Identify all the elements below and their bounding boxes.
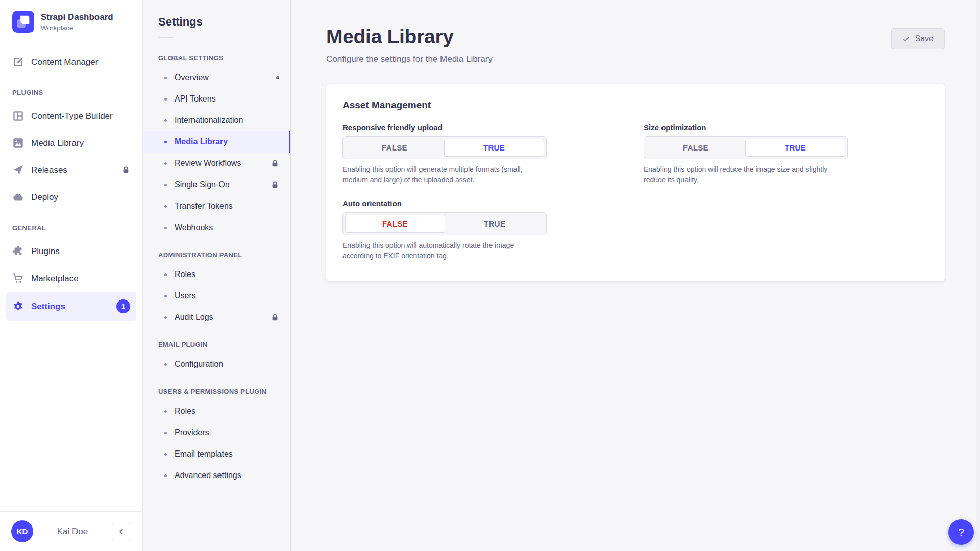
size-optimization-toggle[interactable]: FALSE TRUE [644,136,848,159]
sidebar-item-label: Media Library [31,138,84,148]
lock-icon [271,313,279,322]
sidebar-item-releases[interactable]: Releases [6,157,136,184]
toggle-option-true[interactable]: TRUE [444,139,544,157]
sidebar-item-label: Marketplace [31,273,79,284]
settings-item-label: Audit Logs [175,313,213,322]
settings-item-label: Media Library [175,137,228,146]
settings-item-up-roles[interactable]: Roles [143,400,290,422]
strapi-logo-icon [12,11,34,33]
bullet-icon [164,77,167,79]
lock-icon [271,181,279,189]
settings-item-api-tokens[interactable]: API Tokens [143,88,290,110]
responsive-friendly-upload-toggle[interactable]: FALSE TRUE [342,136,547,159]
settings-item-advanced-settings[interactable]: Advanced settings [143,465,290,486]
lock-icon [271,159,279,168]
workspace-subtitle: Workplace [41,24,113,32]
sidebar-item-content-type-builder[interactable]: Content-Type Builder [6,103,136,130]
settings-item-overview[interactable]: Overview [143,67,290,88]
settings-item-users[interactable]: Users [143,285,290,307]
field-label: Responsive friendly upload [342,123,547,132]
bullet-icon [164,453,167,456]
sidebar-item-media-library[interactable]: Media Library [6,130,136,157]
puzzle-icon [12,245,24,257]
settings-item-review-workflows[interactable]: Review Workflows [143,153,290,174]
settings-item-providers[interactable]: Providers [143,422,290,443]
toggle-option-false[interactable]: FALSE [345,139,444,157]
bullet-icon [164,474,167,477]
lock-icon [121,166,130,174]
bullet-icon [164,98,167,101]
sidebar-section-general: GENERAL [6,211,136,238]
settings-item-admin-roles[interactable]: Roles [143,264,290,285]
sidebar-item-deploy[interactable]: Deploy [6,184,136,211]
bullet-icon [164,295,167,297]
settings-item-label: Webhooks [175,223,213,232]
field-size-optimization: Size optimization FALSE TRUE Enabling th… [644,123,848,185]
settings-item-media-library[interactable]: Media Library [143,131,290,153]
settings-item-configuration[interactable]: Configuration [143,354,290,375]
settings-item-internationalization[interactable]: Internationalization [143,110,290,131]
settings-notification-badge: 1 [116,299,130,313]
settings-item-label: Providers [175,428,209,437]
edit-pencil-icon [12,56,24,68]
settings-item-webhooks[interactable]: Webhooks [143,217,290,238]
main-content: Media Library Configure the settings for… [291,0,980,551]
settings-sidebar: Settings GLOBAL SETTINGS Overview API To… [143,0,291,551]
bullet-icon [164,141,167,143]
auto-orientation-toggle[interactable]: FALSE TRUE [342,212,547,235]
sidebar-item-label: Releases [31,165,67,176]
sidebar-item-label: Content Manager [31,57,98,67]
settings-sidebar-title: Settings [143,15,290,29]
settings-item-single-sign-on[interactable]: Single Sign-On [143,174,290,195]
notification-dot-icon [276,76,279,79]
toggle-option-false[interactable]: FALSE [345,215,445,233]
cloud-icon [12,191,24,203]
field-hint: Enabling this option will automatically … [342,241,547,261]
user-footer: KD Kai Doe [0,511,142,551]
settings-item-label: Advanced settings [175,471,241,480]
sidebar-item-marketplace[interactable]: Marketplace [6,265,136,292]
sidebar-item-content-manager[interactable]: Content Manager [6,48,136,76]
bullet-icon [164,273,167,276]
settings-item-audit-logs[interactable]: Audit Logs [143,307,290,328]
sidebar-item-plugins[interactable]: Plugins [6,238,136,265]
cart-icon [12,272,24,284]
section-administration-panel: ADMINISTRATION PANEL [143,238,290,264]
collapse-sidebar-button[interactable] [112,522,131,541]
bullet-icon [164,432,167,434]
scrollbar-track[interactable] [976,0,980,551]
section-users-permissions-plugin: USERS & PERMISSIONS PLUGIN [143,375,290,400]
settings-item-label: API Tokens [175,94,216,104]
toggle-option-true[interactable]: TRUE [445,215,544,233]
settings-item-label: Configuration [175,360,223,369]
toggle-option-false[interactable]: FALSE [646,139,745,157]
field-label: Size optimization [644,123,848,132]
workspace-switcher[interactable]: Strapi Dashboard Workplace [0,0,142,43]
paper-plane-icon [12,164,24,176]
image-icon [12,137,24,149]
sidebar-item-settings[interactable]: Settings 1 [6,292,136,321]
field-responsive-friendly-upload: Responsive friendly upload FALSE TRUE En… [342,123,547,185]
card-title: Asset Management [342,99,928,111]
check-icon [902,35,910,43]
save-button[interactable]: Save [891,28,945,49]
settings-item-label: Roles [175,407,195,416]
settings-item-transfer-tokens[interactable]: Transfer Tokens [143,195,290,217]
bullet-icon [164,184,167,186]
field-label: Auto orientation [342,199,547,208]
sidebar-item-label: Settings [31,302,65,312]
bullet-icon [164,162,167,165]
bullet-icon [164,316,167,319]
avatar[interactable]: KD [11,520,33,542]
section-global-settings: GLOBAL SETTINGS [143,41,290,67]
toggle-option-true[interactable]: TRUE [745,139,845,157]
bullet-icon [164,119,167,122]
help-button[interactable]: ? [948,519,974,545]
settings-item-label: Email templates [175,449,233,459]
field-hint: Enabling this option will reduce the ima… [644,165,848,185]
page-title: Media Library [326,26,493,48]
settings-item-label: Roles [175,270,195,279]
settings-item-email-templates[interactable]: Email templates [143,443,290,465]
divider [158,37,173,38]
gear-icon [12,300,24,312]
